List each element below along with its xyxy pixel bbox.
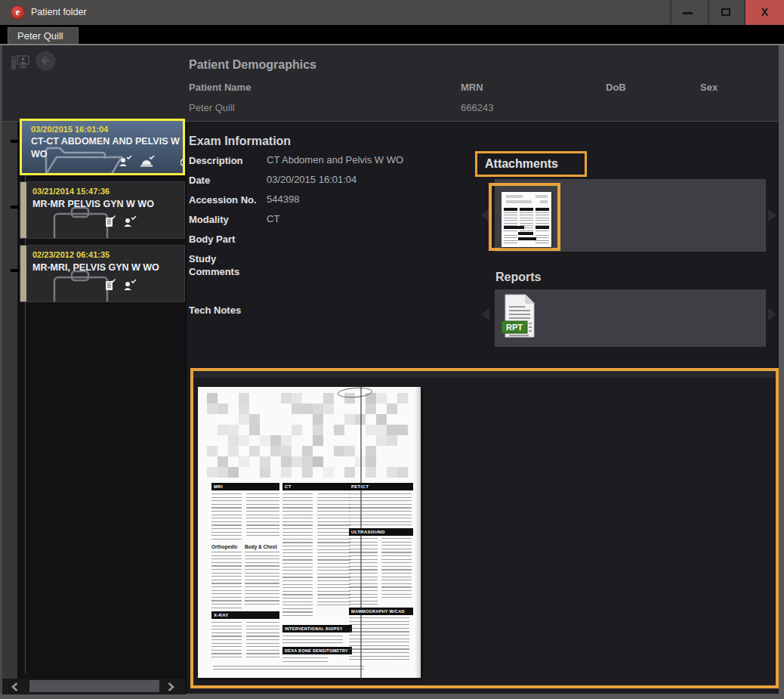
demo-value-mrn: 666243 xyxy=(461,102,493,113)
attachment-thumbnail[interactable] xyxy=(502,192,551,247)
title-bar: e Patient folder X xyxy=(0,0,784,25)
study-item-mr-pelvis-2014[interactable]: 03/21/2014 15:47:36 MR-MR PELVIS GYN W W… xyxy=(20,181,185,239)
attachments-annotation-box: Attachments xyxy=(475,151,587,177)
study-title: MR-MR PELVIS GYN W WO xyxy=(32,198,182,211)
document-check-icon xyxy=(105,279,116,291)
report-rpt-icon[interactable]: RPT xyxy=(500,293,539,342)
scrollbar-thumb[interactable] xyxy=(29,680,159,692)
study-item-mri-pelvis-2012[interactable]: 02/23/2012 06:41:35 MR-MRI, PELVIS GYN W… xyxy=(20,245,185,302)
close-button[interactable]: X xyxy=(744,0,784,25)
scroll-left-icon[interactable] xyxy=(10,682,20,692)
exam-label-accession: Accession No. xyxy=(189,193,263,206)
study-date: 03/21/2014 15:47:36 xyxy=(32,187,110,196)
form-section-orthopedic: Orthopedic xyxy=(211,544,238,549)
exam-value-modality: CT xyxy=(267,213,279,224)
exam-label-study-comments: Study Comments xyxy=(189,252,263,278)
bell-check-icon xyxy=(140,155,155,167)
form-section-mammography: MAMMOGRAPHY W/CAD xyxy=(349,608,413,615)
exam-label-description: Description xyxy=(189,154,263,167)
person-check-icon xyxy=(123,215,137,227)
attachments-scroll-right-icon[interactable] xyxy=(768,209,776,221)
demo-label-dob: DoB xyxy=(606,82,626,93)
form-section-mri: MRI xyxy=(211,483,279,490)
minimize-button[interactable] xyxy=(670,0,703,25)
exam-label-tech-notes: Tech Notes xyxy=(189,304,263,317)
exam-value-description: CT Abdomen and Pelvis W WO xyxy=(267,154,403,165)
maximize-icon xyxy=(721,8,730,16)
scroll-right-icon[interactable] xyxy=(165,682,176,692)
scanned-order-form[interactable]: MRI Orthopedic Body & Chest X-RAY CT INT… xyxy=(198,387,421,678)
paperclip-icon xyxy=(181,155,185,167)
redacted-mosaic xyxy=(207,393,412,479)
study-list-scrollbar[interactable] xyxy=(2,679,186,694)
demographics-title: Patient Demographics xyxy=(189,58,316,72)
document-check-icon xyxy=(105,215,116,227)
briefcase-icon xyxy=(52,270,110,302)
study-accent-bar xyxy=(20,246,26,302)
study-title: MR-MRI, PELVIS GYN W WO xyxy=(32,261,182,274)
form-section-petct: PET/CT xyxy=(349,483,413,490)
form-section-xray: X-RAY xyxy=(211,611,279,619)
svg-text:RPT: RPT xyxy=(506,323,523,332)
form-section-body-chest: Body & Chest xyxy=(245,544,277,549)
patient-folder-icon[interactable] xyxy=(11,53,30,72)
exam-label-bodypart: Body Part xyxy=(189,233,263,246)
attachment-annotation-box xyxy=(489,183,560,251)
reports-title: Reports xyxy=(495,271,541,284)
app-logo-icon: e xyxy=(11,5,25,20)
maximize-button[interactable] xyxy=(708,0,742,25)
patient-folder-window: e Patient folder X Peter Quill Pa xyxy=(0,0,784,699)
preview-top-strip xyxy=(193,371,776,378)
person-check-icon xyxy=(119,155,132,167)
exam-value-accession: 544398 xyxy=(267,193,299,205)
study-item-ct-abdomen[interactable]: 03/20/2015 16:01:04 CT-CT ABDOMEN AND PE… xyxy=(20,119,185,175)
window-title: Patient folder xyxy=(31,0,87,25)
exam-info-title: Exam Information xyxy=(189,135,291,148)
person-check-icon xyxy=(123,279,137,291)
briefcase-icon xyxy=(52,206,110,239)
demo-label-mrn: MRN xyxy=(461,82,483,93)
study-accent-bar xyxy=(20,182,26,238)
tab-peter-quill[interactable]: Peter Quill xyxy=(8,27,79,45)
demo-value-patient-name: Peter Quill xyxy=(189,102,235,113)
window-border-right xyxy=(779,45,784,699)
demo-label-sex: Sex xyxy=(700,82,718,93)
form-section-biopsy: INTERVENTIONAL BIOPSY xyxy=(282,625,352,633)
close-icon: X xyxy=(745,0,784,25)
reports-scroll-right-icon[interactable] xyxy=(768,308,776,320)
study-date: 02/23/2012 06:41:35 xyxy=(32,250,110,259)
form-section-ct: CT xyxy=(282,483,352,490)
minimize-icon xyxy=(683,12,693,14)
exam-label-date: Date xyxy=(189,174,263,187)
window-border-bottom xyxy=(0,694,784,699)
exam-value-date: 03/20/2015 16:01:04 xyxy=(267,174,357,185)
study-status-icons xyxy=(105,215,137,227)
study-date: 03/20/2015 16:01:04 xyxy=(31,125,108,134)
attachments-title: Attachments xyxy=(477,153,585,174)
tab-strip: Peter Quill xyxy=(0,25,784,45)
back-icon[interactable] xyxy=(35,51,56,71)
form-section-dexa: DEXA BONE DENSITOMETRY xyxy=(282,647,352,654)
reports-scroll-left-icon[interactable] xyxy=(481,308,489,320)
demographics-band xyxy=(2,45,779,121)
exam-label-modality: Modality xyxy=(189,213,263,226)
study-status-icons xyxy=(119,155,185,167)
demo-label-patient-name: Patient Name xyxy=(189,82,251,93)
page-edge-shade xyxy=(415,387,421,678)
form-section-ultrasound: ULTRASOUND xyxy=(349,528,413,536)
study-status-icons xyxy=(105,279,137,291)
attachment-preview-panel: MRI Orthopedic Body & Chest X-RAY CT INT… xyxy=(190,368,779,688)
